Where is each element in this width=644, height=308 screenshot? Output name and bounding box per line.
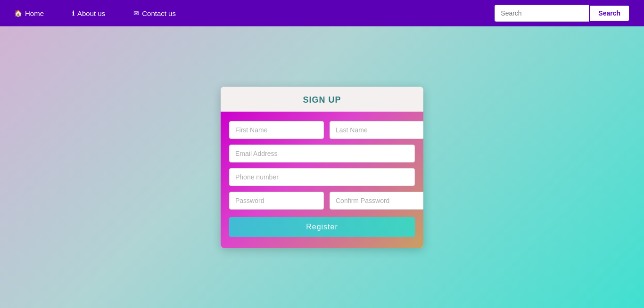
phone-input[interactable] [229,168,415,186]
password-row [229,192,415,210]
home-label: Home [25,9,44,17]
contact-label: Contact us [142,9,176,17]
nav-about[interactable]: ℹ About us [72,9,105,17]
search-area: Search [495,5,630,22]
info-icon: ℹ [72,9,74,17]
nav-home[interactable]: 🏠 Home [14,9,44,17]
first-name-input[interactable] [229,121,324,139]
signup-card: SIGN UP Register [221,87,423,248]
password-input[interactable] [229,192,324,210]
name-row [229,121,415,139]
email-input[interactable] [229,145,415,162]
about-label: About us [77,9,105,17]
nav-links: 🏠 Home ℹ About us ✉ Contact us [14,9,495,17]
navbar: 🏠 Home ℹ About us ✉ Contact us Search [0,0,644,26]
envelope-icon: ✉ [133,9,139,17]
main-content: SIGN UP Register [0,26,644,308]
search-input[interactable] [495,5,589,22]
register-button[interactable]: Register [229,217,415,237]
nav-contact[interactable]: ✉ Contact us [133,9,176,17]
signup-header: SIGN UP [221,87,423,112]
signup-title: SIGN UP [303,95,341,105]
confirm-password-input[interactable] [330,192,423,210]
search-button[interactable]: Search [589,5,630,22]
signup-body: Register [221,112,423,248]
home-icon: 🏠 [14,9,22,17]
last-name-input[interactable] [330,121,423,139]
